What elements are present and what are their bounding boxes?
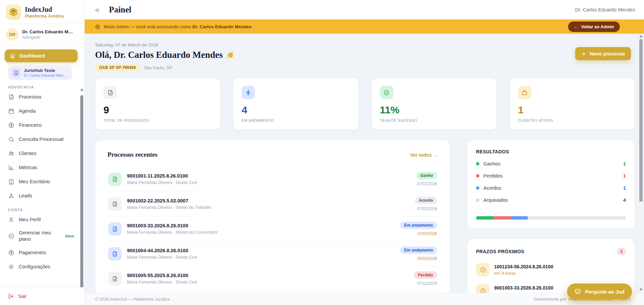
greeting-title: Olá, Dr. Carlos Eduardo Mendes [95,50,234,60]
stat-value: 4 [242,105,350,115]
scroll-up-arrow-icon[interactable] [80,88,84,91]
home-icon [9,53,15,59]
stat-value: 9 [103,105,212,115]
sidebar-item-meu-perfil[interactable]: Meu Perfil [5,213,78,227]
admin-mode-banner: Modo Admin — você está acessando como Dr… [85,20,644,34]
scroll-down-arrow-icon[interactable] [639,289,643,291]
status-badge: Em andamento [400,222,437,229]
chat-bubble-icon [574,288,581,295]
sidebar-item-financeiro[interactable]: Financeiro [5,118,78,132]
scrollbar-thumb[interactable] [80,95,83,287]
dollar-circle-icon [8,122,14,128]
back-to-admin-button[interactable]: ← Voltar ao Admin [568,22,620,32]
process-date: 07/11/2025 [414,281,437,286]
sidebar-item-clientes[interactable]: Clientes [5,146,78,160]
deadline-due: em 9 horas [494,271,553,276]
sidebar-item-metricas[interactable]: Métricas [5,160,78,175]
plus-icon [581,51,587,56]
brand-tagline: Plataforma Jurídica [25,14,64,18]
admin-banner-user: Dr. Carlos Eduardo Mendes [192,24,251,29]
sidebar-item-sair[interactable]: Sair [0,287,84,305]
process-row[interactable]: 9001005-55.2025.8.26.0100 Maria Fernanda… [108,266,438,291]
process-row[interactable]: 9001004-44.2026.8.26.0100 Maria Fernanda… [108,241,438,266]
scales-hexagon-icon [8,7,18,17]
process-number: 9001001-11.2025.8.26.0100 [127,173,197,179]
file-icon [112,176,118,182]
deadline-item[interactable]: 1001234-56.2024.8.26.0100 em 9 horas [476,263,626,276]
scroll-up-arrow-icon[interactable] [639,35,643,37]
sidebar-item-dashboard[interactable]: Dashboard [5,49,78,62]
search-icon [8,136,14,143]
workspace-card[interactable]: JurisHub Teste Dr. Carlos Eduardo Men... [8,65,72,80]
lightning-icon [245,89,252,96]
waving-hand-icon [226,51,234,59]
file-icon [112,276,118,282]
oab-badge: OAB SP SP-789456 [95,64,140,71]
user-icon [8,217,14,223]
sidebar-item-configuracoes[interactable]: Configurações [5,260,78,274]
stat-label: CLIENTES ATIVOS [518,118,627,122]
location-text: São Paulo, SP [144,65,172,70]
status-badge: Em andamento [400,246,437,254]
file-icon [112,226,118,232]
clock-icon [480,267,486,273]
result-item-arquivados: Arquivados 4 [476,197,626,203]
sidebar-user[interactable]: DR Dr. Carlos Eduardo Men... Advogado [0,24,84,45]
status-badge: Ganho [416,172,437,179]
topbar-user-name[interactable]: Dr. Carlos Eduardo Mendes [575,7,635,12]
main-scrollbar[interactable] [639,34,643,293]
leads-network-icon [8,193,14,199]
process-row[interactable]: 9001002-22.2025.5.02.0007 Maria Fernanda… [108,192,438,217]
stats-row: 9 TOTAL DE PROCESSOS 4 EM ANDAMENTO 11% … [95,78,635,130]
building-icon [8,179,14,185]
stat-card-clientes-ativos: 1 CLIENTES ATIVOS [510,78,635,130]
sidebar-item-leads[interactable]: Leads [5,189,78,203]
plan-active-badge: Ativo [65,234,75,238]
scrollbar-thumb[interactable] [639,39,643,202]
sidebar-item-gerenciar-plano[interactable]: Gerenciar meu plano Ativo [5,227,78,245]
scroll-down-arrow-icon[interactable] [80,263,84,266]
users-icon [8,150,14,157]
collapse-sidebar-icon[interactable]: « [95,6,99,14]
view-all-link[interactable]: Ver todos → [410,152,438,158]
process-date: 12/03/2026 [400,231,437,236]
stat-card-taxa-sucesso: 11% TAXA DE SUCESSO [372,78,497,130]
recent-processes-panel: Processos recentes Ver todos → 9001001-1… [95,140,450,293]
blue-dot-icon [476,186,479,190]
sidebar: IndexJud Plataforma Jurídica DR Dr. Carl… [0,0,85,305]
sidebar-item-label: Meu Perfil [19,217,41,222]
process-date: 25/03/2026 [400,256,437,261]
copyright-text: © 2026 IndexJud — Plataforma Jurídica [95,297,170,302]
sidebar-scrollbar[interactable] [80,88,84,266]
results-title: RESULTADOS [476,149,626,154]
ask-jud-chat-button[interactable]: Pergunte ao Jud [567,283,632,300]
progress-segment-ganhos [476,216,493,220]
process-meta: Maria Fernanda Oliveira · Direito Civil [127,255,197,260]
process-date: 07/02/2026 [416,182,437,186]
new-process-button[interactable]: Novo processo [575,47,631,60]
process-row[interactable]: 9001003-33.2026.8.26.0100 Maria Fernanda… [108,217,438,241]
gear-icon [8,264,14,270]
left-arrow-icon: ← [574,24,578,29]
status-badge: Perdido [414,271,437,279]
calendar-icon [8,108,14,114]
sidebar-item-label: Consulta Processual [19,137,63,142]
brand: IndexJud Plataforma Jurídica [0,0,84,24]
process-row[interactable]: 9001001-11.2025.8.26.0100 Maria Fernanda… [108,167,438,192]
red-dot-icon [476,174,479,178]
sidebar-item-pagamentos[interactable]: Pagamentos [5,245,78,260]
file-icon [112,201,118,207]
page-title: Painel [109,5,131,14]
process-meta: Maria Fernanda Oliveira · Direito Civil [127,180,197,185]
result-item-acordos: Acordos 1 [476,185,626,191]
stat-value: 11% [380,105,488,115]
sidebar-item-agenda[interactable]: Agenda [5,104,78,118]
gray-dot-icon [476,198,479,202]
target-eye-icon [95,24,100,30]
results-progress-bar [476,216,626,220]
sidebar-item-processos[interactable]: Processos [5,90,78,104]
sidebar-item-meu-escritorio[interactable]: Meu Escritório [5,175,78,189]
dollar-circle-icon [8,250,14,256]
building-icon [14,70,19,75]
sidebar-item-consulta-processual[interactable]: Consulta Processual [5,132,78,146]
